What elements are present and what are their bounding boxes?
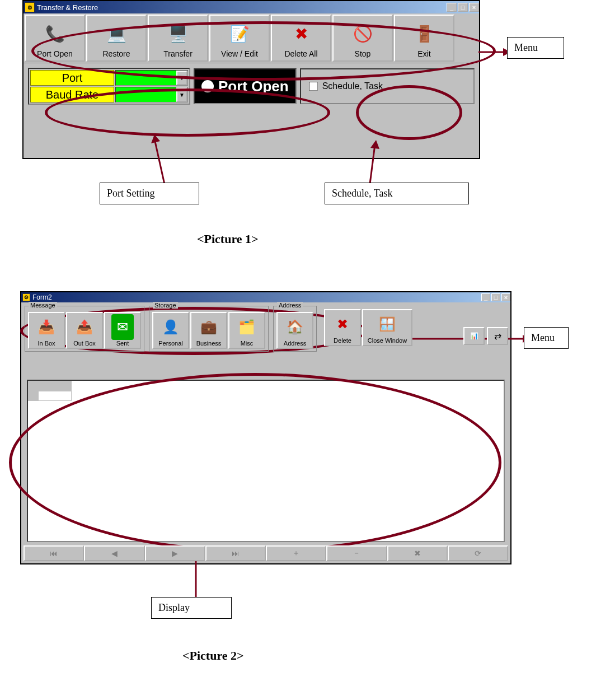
nav-refresh[interactable]: ⟳ — [448, 545, 508, 561]
business-button[interactable]: 💼 Business — [190, 312, 227, 349]
restore-icon: 💻 — [107, 18, 126, 49]
baud-rate-label: Baud Rate — [30, 87, 114, 102]
close-button[interactable]: × — [469, 3, 479, 12]
port-select[interactable]: ▼ — [115, 70, 188, 86]
personal-label: Personal — [158, 340, 182, 347]
sent-button[interactable]: ✉ Sent — [104, 312, 141, 349]
inbox-label: In Box — [37, 340, 55, 347]
misc-icon: 🗂️ — [238, 314, 255, 340]
delete-icon: ✖ — [295, 18, 308, 49]
inbox-icon: 📥 — [38, 314, 55, 340]
outbox-icon: 📤 — [76, 314, 93, 340]
delete-all-label: Delete All — [284, 49, 317, 58]
layout-icon: ⇄ — [494, 331, 501, 342]
port-open-label: Port Open — [37, 49, 73, 58]
caption-picture2: <Picture 2> — [182, 648, 244, 663]
titlebar-form2[interactable]: ⚙ Form2 _ □ × — [21, 292, 510, 302]
app-icon: ⚙ — [25, 2, 35, 12]
nav-button-bar: ⏮ ◀ ▶ ⏭ ＋ － ✖ ⟳ — [24, 545, 508, 561]
grid-cell[interactable] — [38, 391, 72, 401]
view-edit-label: View / Edit — [221, 49, 258, 58]
close-window-button[interactable]: 🪟 Close Window — [362, 309, 412, 346]
outbox-button[interactable]: 📤 Out Box — [66, 312, 103, 349]
nav-cancel-label: Cancel — [388, 554, 449, 700]
baud-rate-select[interactable]: ▼ — [115, 87, 188, 102]
stop-button[interactable]: 🚫 Stop — [332, 15, 393, 62]
app-icon: ⚙ — [22, 293, 30, 301]
nav-first-label: First — [22, 554, 83, 700]
house-icon: 🏠 — [287, 314, 303, 340]
display-grid[interactable] — [27, 380, 505, 542]
chevron-down-icon[interactable]: ▼ — [176, 87, 187, 102]
nav-prev[interactable]: ◀ — [84, 545, 144, 561]
close-button[interactable]: × — [501, 293, 510, 301]
stop-icon: 🚫 — [353, 18, 373, 49]
schedule-checkbox[interactable] — [309, 82, 318, 91]
sql-icon: 📊 — [470, 332, 478, 340]
view-edit-button[interactable]: 📝 View / Edit — [209, 15, 270, 62]
nav-next[interactable]: ▶ — [145, 545, 205, 561]
briefcase-icon: 💼 — [200, 314, 217, 340]
address-label: Address — [284, 340, 306, 347]
status-dot-icon — [201, 80, 214, 92]
titlebar[interactable]: ⚙ Transfer & Restore _ □ × — [24, 1, 479, 13]
window-transfer-restore: ⚙ Transfer & Restore _ □ × 📞 Port Open 💻… — [22, 0, 480, 159]
port-open-button[interactable]: 📞 Port Open — [25, 15, 85, 62]
group-message-label: Message — [29, 302, 57, 309]
maximize-button[interactable]: □ — [458, 3, 468, 12]
schedule-label: Schedule, Task — [322, 81, 383, 91]
restore-button[interactable]: 💻 Restore — [86, 15, 147, 62]
inbox-button[interactable]: 📥 In Box — [28, 312, 65, 349]
schedule-task-area[interactable]: Schedule, Task — [300, 68, 475, 104]
group-storage: Storage 👤 Personal 💼 Business 🗂️ Misc — [149, 306, 269, 352]
minimize-button[interactable]: _ — [447, 3, 457, 12]
transfer-button[interactable]: 🖥️ Transfer — [148, 15, 208, 62]
phone-icon: 📞 — [45, 18, 65, 49]
address-button[interactable]: 🏠 Address — [276, 312, 313, 349]
window-title-form2: Form2 — [32, 293, 52, 301]
sql-button[interactable]: 📊 — [463, 327, 485, 345]
exit-button[interactable]: 🚪 Exit — [394, 15, 454, 62]
nav-cancel[interactable]: ✖ — [387, 545, 448, 561]
personal-button[interactable]: 👤 Personal — [152, 312, 189, 349]
callout-port-text: Port Setting — [107, 188, 155, 199]
nav-first[interactable]: ⏮ — [24, 545, 84, 561]
callout-menu2: Menu — [524, 327, 569, 349]
window-icon: 🪟 — [379, 311, 396, 337]
nav-prev-label: Prev — [83, 554, 144, 700]
outbox-label: Out Box — [73, 340, 96, 347]
port-open-display: Port Open — [194, 68, 297, 104]
delete-label: Delete — [334, 337, 351, 344]
callout-schedule-text: Schedule, Task — [332, 188, 392, 199]
business-label: Business — [196, 340, 222, 347]
layout-button[interactable]: ⇄ — [487, 327, 508, 345]
stop-label: Stop — [355, 49, 371, 58]
callout-menu: Menu — [507, 37, 564, 59]
callout-schedule: Schedule, Task — [325, 183, 469, 204]
delete-icon: ✖ — [337, 311, 348, 337]
grid-header-cell — [38, 381, 72, 391]
delete-all-button[interactable]: ✖ Delete All — [271, 15, 331, 62]
sent-label: Sent — [116, 340, 129, 347]
window-form2: ⚙ Form2 _ □ × Message 📥 In Box 📤 Out Box… — [20, 291, 511, 564]
maximize-button[interactable]: □ — [491, 293, 500, 301]
misc-button[interactable]: 🗂️ Misc — [228, 312, 265, 349]
group-address-label: Address — [277, 302, 303, 309]
toolbar-form2: Message 📥 In Box 📤 Out Box ✉ Sent Storag… — [21, 302, 510, 355]
grid-row-header — [28, 391, 38, 401]
transfer-icon: 🖥️ — [168, 18, 188, 49]
delete-button[interactable]: ✖ Delete — [324, 309, 361, 346]
chevron-down-icon[interactable]: ▼ — [176, 71, 187, 85]
grid-corner — [28, 381, 38, 391]
misc-label: Misc — [241, 340, 254, 347]
nav-last[interactable]: ⏭ — [205, 545, 266, 561]
exit-icon: 🚪 — [415, 18, 434, 49]
callout-menu2-text: Menu — [531, 332, 555, 343]
caption-picture1: <Picture 1> — [197, 232, 259, 246]
callout-menu-text: Menu — [514, 42, 538, 53]
nav-label-row: First Prev Next Last Insert Delete Cance… — [22, 554, 509, 700]
minimize-button[interactable]: _ — [481, 293, 490, 301]
nav-insert[interactable]: ＋ — [266, 545, 326, 561]
transfer-label: Transfer — [163, 49, 193, 58]
nav-delete[interactable]: － — [326, 545, 387, 561]
